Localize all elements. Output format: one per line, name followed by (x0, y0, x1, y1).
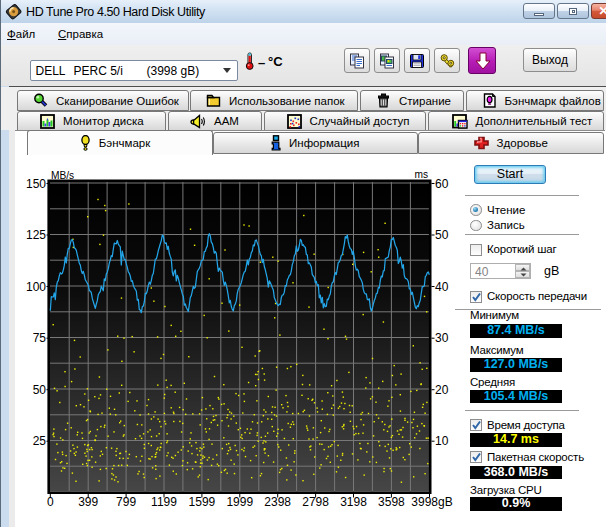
svg-text:100: 100 (26, 280, 46, 294)
svg-text:60: 60 (435, 177, 449, 191)
svg-text:25: 25 (33, 434, 47, 448)
svg-text:50: 50 (33, 383, 47, 397)
svg-text:10: 10 (435, 434, 449, 448)
svg-text:3998gB: 3998gB (411, 495, 452, 509)
svg-text:20: 20 (435, 383, 449, 397)
svg-text:ms: ms (414, 169, 428, 180)
svg-text:50: 50 (435, 228, 449, 242)
svg-text:150: 150 (26, 177, 46, 191)
svg-text:30: 30 (435, 331, 449, 345)
svg-text:MB/s: MB/s (51, 170, 74, 181)
svg-text:125: 125 (26, 228, 46, 242)
svg-text:75: 75 (33, 331, 47, 345)
svg-text:40: 40 (435, 280, 449, 294)
